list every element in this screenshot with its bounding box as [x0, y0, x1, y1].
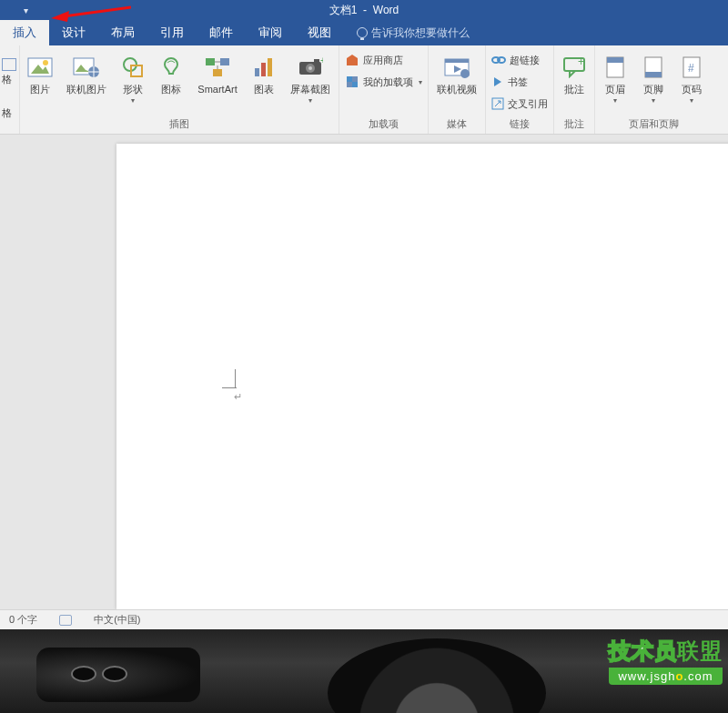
- language-status[interactable]: 中文(中国): [94, 613, 140, 627]
- watermark-title: 技术员联盟: [609, 637, 723, 666]
- chart-button[interactable]: 图表: [246, 49, 282, 97]
- video-icon: [443, 55, 470, 79]
- table-label-1: 格: [2, 73, 12, 86]
- icons-icon: [159, 55, 183, 79]
- group-addins: 应用商店 我的加载项 ▾ 加载项: [339, 45, 429, 134]
- comment-button[interactable]: + 批注: [556, 49, 592, 97]
- store-icon: [345, 53, 359, 67]
- document-page[interactable]: [116, 144, 728, 609]
- group-media: 联机视频 媒体: [429, 45, 486, 134]
- picture-icon: [27, 55, 53, 79]
- document-viewport[interactable]: ↵: [0, 135, 728, 609]
- svg-rect-14: [261, 63, 266, 76]
- table-label-2: 格: [2, 106, 12, 120]
- spellcheck-icon[interactable]: [59, 615, 72, 626]
- svg-point-18: [308, 66, 312, 70]
- watermark-url: www.jsgho.com: [609, 668, 723, 685]
- screenshot-button[interactable]: + 屏幕截图 ▾: [284, 49, 337, 106]
- tab-insert[interactable]: 插入: [0, 20, 49, 45]
- online-video-button[interactable]: 联机视频: [430, 49, 483, 97]
- tab-review[interactable]: 审阅: [246, 20, 295, 45]
- svg-rect-19: [314, 59, 319, 63]
- quick-access-dropdown-icon[interactable]: ▾: [24, 5, 28, 15]
- group-comments: + 批注 批注: [554, 45, 595, 134]
- table-icon[interactable]: [2, 58, 16, 71]
- group-headerfooter: 页眉 ▾ 页脚 ▾ # 页码 ▾ 页眉和页脚: [595, 45, 712, 134]
- hyperlink-button[interactable]: 超链接: [491, 51, 548, 69]
- group-tables-partial: 格 格: [0, 45, 20, 134]
- dropdown-icon: ▾: [419, 78, 422, 86]
- ribbon-tabs: 插入 设计 布局 引用 邮件 审阅 视图 告诉我你想要做什么: [0, 20, 728, 45]
- icons-button[interactable]: 图标: [153, 49, 189, 97]
- svg-text:+: +: [320, 56, 323, 65]
- paragraph-mark-icon: ↵: [234, 391, 242, 403]
- screenshot-icon: +: [298, 56, 323, 78]
- group-label-comments: 批注: [556, 115, 592, 134]
- svg-rect-22: [352, 76, 358, 82]
- svg-rect-10: [206, 58, 215, 65]
- pagenumber-button[interactable]: # 页码 ▾: [673, 49, 710, 106]
- pagenum-icon: #: [682, 55, 702, 79]
- word-count[interactable]: 0 个字: [9, 613, 37, 627]
- svg-rect-24: [352, 82, 358, 87]
- shapes-button[interactable]: 形状 ▾: [115, 49, 151, 106]
- dropdown-icon: ▾: [131, 96, 135, 105]
- wallpaper-exhaust: [71, 666, 96, 682]
- svg-rect-38: [645, 72, 662, 77]
- my-addins-button[interactable]: 我的加载项 ▾: [345, 73, 422, 91]
- document-name: 文档1: [329, 4, 358, 16]
- smartart-icon: [204, 56, 231, 78]
- footer-button[interactable]: 页脚 ▾: [635, 49, 672, 106]
- svg-rect-26: [445, 59, 469, 63]
- svg-rect-21: [347, 76, 352, 82]
- svg-text:#: #: [688, 62, 694, 75]
- svg-text:+: +: [578, 56, 584, 68]
- header-button[interactable]: 页眉 ▾: [597, 49, 633, 106]
- smartart-button[interactable]: SmartArt: [191, 49, 244, 97]
- addin-icon: [345, 75, 359, 89]
- bookmark-button[interactable]: 书签: [491, 73, 548, 91]
- ribbon: 格 格 图片 联机图片 形状 ▾ 图标: [0, 45, 728, 135]
- svg-point-28: [460, 69, 470, 78]
- header-icon: [605, 55, 625, 79]
- group-illustrations: 图片 联机图片 形状 ▾ 图标 SmartArt 图表: [20, 45, 339, 134]
- shapes-icon: [121, 55, 145, 79]
- group-links: 超链接 书签 交叉引用 链接: [486, 45, 554, 134]
- tell-me-search[interactable]: 告诉我你想要做什么: [344, 20, 482, 45]
- app-name: Word: [373, 4, 399, 16]
- dropdown-icon: ▾: [690, 96, 693, 105]
- dropdown-icon: ▾: [613, 96, 617, 105]
- svg-rect-36: [607, 57, 623, 63]
- wallpaper-exhaust: [102, 666, 127, 682]
- title-bar: ▾ 文档1 - Word: [0, 0, 728, 20]
- store-button[interactable]: 应用商店: [345, 51, 422, 69]
- chart-icon: [252, 55, 276, 79]
- svg-point-4: [43, 60, 48, 65]
- tab-design[interactable]: 设计: [49, 20, 98, 45]
- group-label-illustrations: 插图: [22, 115, 337, 134]
- group-label-addins: 加载项: [341, 115, 426, 134]
- wallpaper-wheel: [328, 638, 546, 713]
- crossref-button[interactable]: 交叉引用: [491, 95, 548, 113]
- tab-layout[interactable]: 布局: [98, 20, 147, 45]
- online-pictures-button[interactable]: 联机图片: [60, 49, 113, 97]
- pictures-button[interactable]: 图片: [22, 49, 58, 97]
- crossref-icon: [491, 97, 504, 110]
- bookmark-icon: [491, 75, 504, 88]
- svg-rect-15: [268, 58, 272, 76]
- svg-marker-31: [494, 77, 501, 86]
- status-bar: 0 个字 中文(中国): [0, 609, 728, 629]
- dropdown-icon: ▾: [308, 96, 312, 105]
- dropdown-icon: ▾: [652, 96, 655, 105]
- desktop-strip: 技术员联盟 www.jsgho.com: [0, 629, 728, 713]
- group-label-headerfooter: 页眉和页脚: [597, 115, 710, 134]
- footer-icon: [643, 55, 663, 79]
- svg-rect-13: [255, 68, 259, 76]
- tab-references[interactable]: 引用: [147, 20, 197, 45]
- window-title: 文档1 - Word: [329, 3, 399, 18]
- svg-rect-11: [220, 58, 229, 65]
- group-label-links: 链接: [488, 115, 551, 134]
- tab-mailings[interactable]: 邮件: [197, 20, 246, 45]
- tab-view[interactable]: 视图: [295, 20, 344, 45]
- svg-rect-23: [347, 82, 352, 87]
